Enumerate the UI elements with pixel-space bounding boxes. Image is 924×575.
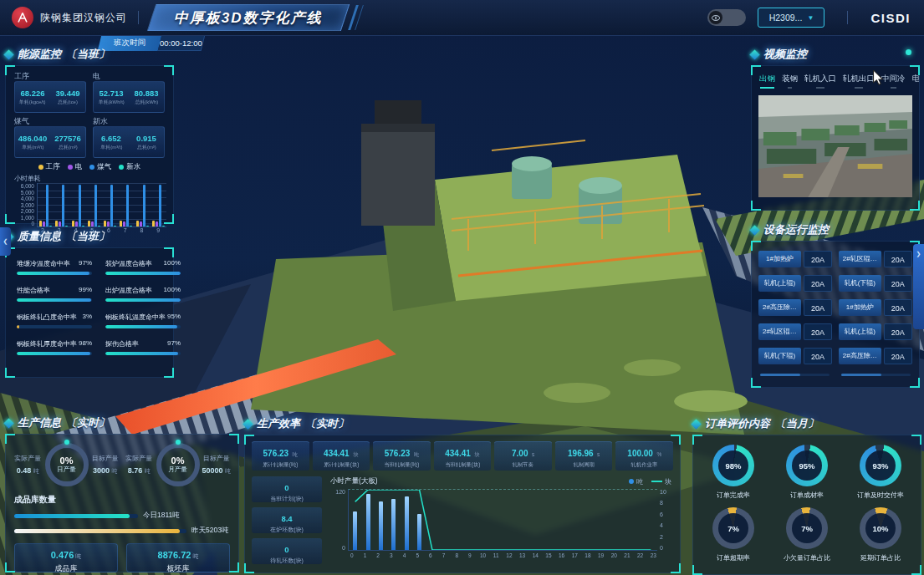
stat-card: 576.23 吨当班轧制量(吨)	[373, 441, 431, 471]
equipment-value: 20A	[884, 299, 912, 316]
donut-cell: 7%订单超期率	[712, 507, 754, 562]
tab-tapping[interactable]: 出钢	[759, 74, 775, 89]
corner-bracket	[164, 368, 174, 378]
x-tick: 21	[620, 552, 634, 558]
hourly-chart-xaxis: 01234567891011121314151617181920212223	[345, 552, 673, 558]
corner-bracket	[751, 378, 761, 388]
progress-fill	[105, 298, 181, 302]
equipment-value: 20A	[804, 323, 832, 340]
legend-line	[651, 481, 662, 482]
panel-title-scope: 〔当班〕	[66, 229, 110, 244]
y-tick: 2	[660, 534, 673, 540]
collapse-dot-button[interactable]	[906, 49, 911, 55]
scrollbar-track	[760, 374, 830, 376]
x-tick: 7	[437, 552, 451, 558]
efficiency-body: 0当班计划(块) 8.4在炉坯数(块) 0待轧坯数(块) 小时产量(大板) 吨 …	[245, 471, 680, 564]
tab-mill-exit[interactable]: 轧机出口	[843, 74, 875, 89]
cctv-video-feed[interactable]	[758, 95, 912, 197]
bar	[126, 185, 129, 226]
energy-panel: 能源监控 〔当班〕 工序 68.226单耗(kgce/t) 39.449总耗(t…	[5, 47, 174, 224]
energy-panel-body: 工序 68.226单耗(kgce/t) 39.449总耗(tce) 电 52.7…	[5, 65, 174, 224]
energy-value: 52.713	[99, 89, 123, 98]
y-tick: 5,000	[13, 190, 34, 196]
donut-gauge: 98%	[712, 445, 754, 486]
energy-chart-ylabel: 小时单耗	[6, 172, 173, 183]
energy-value: 39.449	[55, 89, 79, 98]
tab-mill-entry[interactable]: 轧机入口	[804, 74, 836, 89]
chevron-down-icon: ▼	[807, 14, 814, 22]
equipment-value: 20A	[804, 251, 832, 267]
dashboard: 陕钢集团汉钢公司 中厚板3D数字化产线 H2309... ▼ CISDI 能源监…	[0, 0, 924, 575]
panel-title-text: 视频监控	[763, 47, 807, 62]
donut-gauge: 7%	[712, 507, 754, 549]
daily-output-gauge: 0%日产量	[45, 443, 89, 486]
progress-fill	[17, 352, 90, 355]
bar-group	[104, 183, 116, 226]
bar	[152, 221, 155, 226]
energy-bar-chart: 6,000 5,000 4,000 3,000 2,000 1,000 0	[6, 183, 173, 227]
tab-charging[interactable]: 装钢	[782, 74, 798, 89]
equipment-label: 2#轧区辊…	[839, 251, 881, 267]
tab-electric-heating[interactable]: 电加热	[912, 74, 920, 89]
bar	[72, 221, 74, 226]
energy-value: 6.652	[101, 134, 121, 143]
y-tick: 10	[660, 489, 673, 495]
slab-store-card: 8876.72吨 板坯库	[126, 543, 230, 572]
equipment-value: 20A	[884, 251, 912, 267]
quality-item: 探伤合格率97%	[105, 339, 181, 355]
progress-fill	[105, 325, 177, 328]
quality-panel-title: 质量信息 〔当班〕	[5, 229, 174, 244]
stat-card: 434.41 块当班轧制量(块)	[434, 441, 492, 471]
tab-intermediate-cooling[interactable]: 中间冷	[881, 74, 906, 89]
legend-label: 电	[75, 162, 83, 172]
equipment-label: 轧机(下辊)	[758, 348, 801, 364]
bar	[98, 226, 100, 226]
legend-dot	[629, 479, 634, 484]
visibility-toggle[interactable]	[707, 9, 746, 26]
progress-fill	[14, 514, 130, 518]
donut-cell: 93%订单及时交付率	[857, 445, 904, 500]
y-tick: 2,000	[13, 208, 34, 214]
scrollbar-thumb[interactable]	[841, 374, 881, 376]
x-tick: 16	[555, 552, 569, 558]
corner-bracket	[751, 201, 761, 211]
quality-item: 钢板终轧凸度命中率3%	[17, 313, 92, 328]
bar	[94, 185, 97, 226]
inventory-bar-text: 今日1811吨	[143, 511, 180, 521]
inventory-cards: 0.476吨 成品库 8876.72吨 板坯库	[6, 536, 238, 572]
right-panel-handle[interactable]: ❯	[913, 244, 924, 329]
hourly-output-chart: 小时产量(大板) 吨 块 120 0	[329, 476, 673, 564]
bar	[59, 221, 61, 226]
y-tick: 6,000	[13, 183, 34, 189]
panel-title-scope: 〔当班〕	[66, 47, 110, 62]
equipment-row: 2#高压除…20A 1#加热炉20A	[752, 299, 919, 316]
x-tick: 3	[385, 552, 398, 558]
video-panel-title: 视频监控	[751, 47, 920, 62]
quality-panel: 质量信息 〔当班〕 堆缓冷温度命中率97% 装炉温度合格率100% 性能合格率9…	[5, 229, 174, 378]
energy-unit-label: 总耗(tce)	[58, 98, 78, 105]
y-tick: 0	[329, 545, 345, 551]
scrollbar-thumb[interactable]	[760, 374, 800, 376]
panel-title-scope: 〔实时〕	[66, 415, 110, 430]
panel-title-text: 设备运行监控	[763, 222, 829, 237]
hourly-chart-title: 小时产量(大板)	[330, 476, 378, 486]
bar-group	[55, 183, 68, 226]
x-tick: 2	[371, 552, 385, 558]
side-stat-card: 0待轧坯数(块)	[252, 538, 322, 564]
equipment-label: 轧机(上辊)	[839, 323, 881, 340]
equipment-label: 2#高压除…	[758, 299, 801, 316]
orders-donut-grid: 98%订单完成率 95%订单成材率 93%订单及时交付率 7%订单超期率 7%小…	[693, 435, 921, 572]
stat-card: 434.41 块累计轧制量(块)	[313, 441, 370, 471]
production-gauges: 实际产量0.48 吨 0%日产量 目标产量3000 吨 实际产量8.76 吨 0…	[6, 435, 238, 486]
diamond-icon	[3, 418, 14, 429]
efficiency-side-stats: 0当班计划(块) 8.4在炉坯数(块) 0待轧坯数(块)	[252, 476, 322, 564]
equipment-row: 轧机(下辊)20A 2#高压除…20A	[752, 348, 919, 364]
energy-value: 486.040	[18, 134, 47, 143]
x-tick: 20	[607, 552, 620, 558]
production-panel-body: 实际产量0.48 吨 0%日产量 目标产量3000 吨 实际产量8.76 吨 0…	[5, 434, 239, 572]
left-panel-handle[interactable]: ❮	[0, 227, 11, 256]
quality-item: 堆缓冷温度命中率97%	[17, 259, 92, 275]
efficiency-panel-body: 576.23 吨累计轧制量(吨) 434.41 块累计轧制量(块) 576.23…	[244, 435, 681, 573]
legend-dot	[38, 165, 43, 170]
shift-select-dropdown[interactable]: H2309... ▼	[758, 8, 824, 28]
